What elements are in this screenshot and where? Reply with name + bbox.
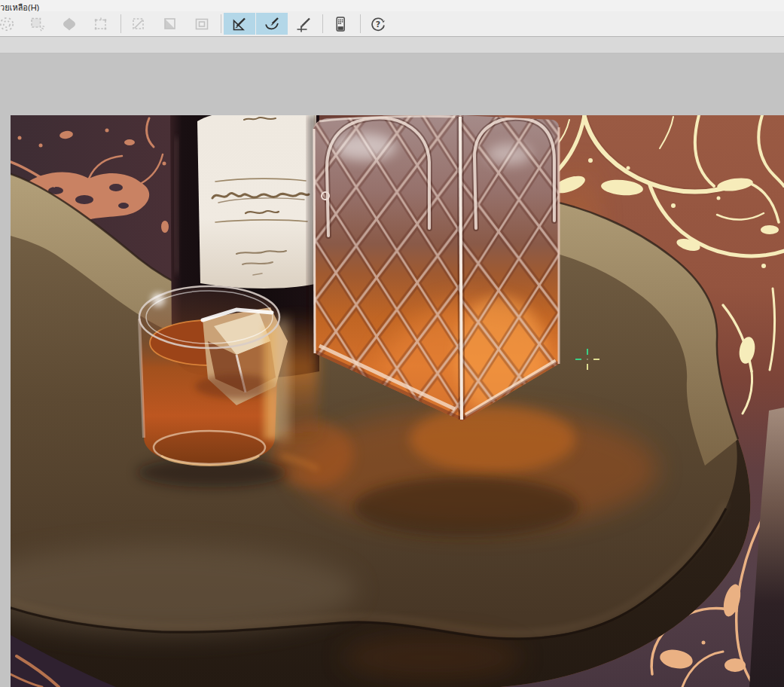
snap-to-curve-icon — [263, 15, 281, 33]
deselect-burst-icon — [0, 15, 16, 33]
svg-text:?: ? — [376, 20, 380, 29]
invert-selection-button[interactable] — [154, 13, 186, 35]
toolbar-separator — [360, 14, 361, 33]
toolbar: ? — [0, 11, 784, 37]
deselect-burst-button[interactable] — [0, 13, 23, 35]
toolbar-separator — [120, 14, 121, 33]
snap-to-curve-button[interactable] — [256, 13, 288, 35]
menu-bar: วยเหลือ(H) — [0, 0, 784, 11]
canvas-area — [0, 53, 784, 687]
snap-to-ruler-button[interactable] — [224, 13, 255, 35]
transform-frame-icon — [92, 15, 110, 33]
companion-device-icon — [331, 15, 349, 33]
transform-frame-button[interactable] — [85, 13, 117, 35]
companion-device-button[interactable] — [325, 13, 356, 35]
reselect-marquee-icon — [28, 15, 46, 33]
snap-to-grid-icon — [294, 15, 313, 33]
clear-selection-icon — [130, 15, 148, 33]
reselect-marquee-button[interactable] — [21, 13, 53, 35]
fill-shape-icon — [60, 15, 78, 33]
snap-to-ruler-icon — [230, 15, 249, 33]
invert-selection-icon — [161, 15, 179, 33]
selection-border-icon — [193, 15, 211, 33]
snap-to-grid-button[interactable] — [288, 13, 319, 35]
painting — [11, 115, 784, 687]
painting-canvas[interactable] — [11, 115, 784, 687]
help-button[interactable]: ? — [362, 13, 394, 35]
toolbar-shelf — [0, 37, 784, 53]
paint-app-window: วยเหลือ(H) — [0, 0, 784, 687]
clear-selection-button[interactable] — [123, 13, 154, 35]
fill-shape-button[interactable] — [53, 13, 85, 35]
toolbar-separator — [322, 14, 323, 33]
toolbar-separator — [221, 14, 221, 33]
bottle-label — [197, 115, 316, 289]
selection-border-button[interactable] — [186, 13, 218, 35]
help-icon: ? — [369, 15, 387, 33]
